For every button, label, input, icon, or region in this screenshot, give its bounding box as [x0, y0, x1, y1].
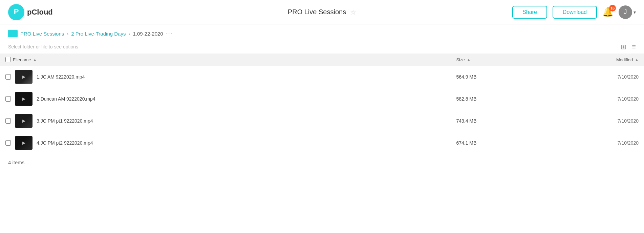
file-checkbox-3[interactable] — [5, 140, 11, 146]
avatar-chevron-icon[interactable]: ▾ — [634, 9, 636, 15]
play-icon-2: ▶ — [22, 119, 25, 123]
toolbar: Select folder or file to see options ⊞ ≡ — [0, 40, 644, 54]
play-icon-3: ▶ — [22, 141, 25, 145]
share-button[interactable]: Share — [512, 6, 547, 19]
file-name-cell: ▶ 4.JC PM pt2 9222020.mp4 — [0, 132, 451, 154]
notification-badge: 16 — [609, 5, 616, 12]
footer: 4 items — [0, 154, 644, 171]
header-left: P pCloud — [8, 4, 53, 20]
svg-text:P: P — [14, 7, 19, 16]
file-modified-0: 7/10/2020 — [528, 66, 644, 88]
modified-sort-arrow[interactable]: ▲ — [635, 58, 639, 62]
table-row: ▶ 2.Duncan AM 9222020.mp4 582.8 MB 7/10/… — [0, 88, 644, 110]
pcloud-logo-icon: P — [8, 4, 24, 20]
file-name-2: 3.JC PM pt1 9222020.mp4 — [37, 118, 93, 124]
col-header-modified: Modified ▲ — [528, 54, 644, 66]
file-modified-2: 7/10/2020 — [528, 110, 644, 132]
logo-text: pCloud — [27, 8, 53, 17]
file-name-1: 2.Duncan AM 9222020.mp4 — [37, 96, 95, 102]
header-right: Share Download 🔔 16 J ▾ — [512, 5, 636, 19]
file-thumbnail-3: ▶ — [15, 136, 33, 150]
file-thumbnail-0: ▶ — [15, 70, 33, 84]
file-modified-3: 7/10/2020 — [528, 132, 644, 154]
header: P pCloud PRO Live Sessions ☆ Share Downl… — [0, 0, 644, 24]
play-icon-1: ▶ — [22, 97, 25, 101]
size-sort-arrow[interactable]: ▲ — [467, 58, 471, 62]
table-row: ▶ 3.JC PM pt1 9222020.mp4 743.4 MB 7/10/… — [0, 110, 644, 132]
table-row: ▶ 1.JC AM 9222020.mp4 564.9 MB 7/10/2020 — [0, 66, 644, 88]
table-header-row: Filename ▲ Size ▲ Modified ▲ — [0, 54, 644, 66]
file-checkbox-1[interactable] — [5, 96, 11, 102]
sort-icon[interactable]: ≡ — [632, 43, 636, 51]
download-button[interactable]: Download — [553, 6, 597, 19]
file-size-0: 564.9 MB — [451, 66, 528, 88]
grid-view-icon[interactable]: ⊞ — [621, 43, 626, 51]
header-center: PRO Live Sessions ☆ — [288, 8, 356, 16]
toolbar-right: ⊞ ≡ — [621, 43, 636, 51]
header-title: PRO Live Sessions — [288, 8, 346, 16]
file-name-3: 4.JC PM pt2 9222020.mp4 — [37, 140, 93, 146]
breadcrumb-current: 1.09-22-2020 — [133, 31, 163, 37]
file-modified-1: 7/10/2020 — [528, 88, 644, 110]
file-name-0: 1.JC AM 9222020.mp4 — [37, 74, 85, 80]
select-all-checkbox[interactable] — [5, 57, 11, 62]
breadcrumb-link-2[interactable]: 2 Pro Live-Trading Days — [71, 31, 126, 37]
file-checkbox-0[interactable] — [5, 74, 11, 80]
logo[interactable]: P pCloud — [8, 4, 53, 20]
file-table: Filename ▲ Size ▲ Modified ▲ — [0, 54, 644, 154]
item-count: 4 items — [8, 160, 24, 165]
star-icon[interactable]: ☆ — [350, 8, 356, 16]
avatar[interactable]: J — [619, 5, 632, 19]
file-name-cell: ▶ 3.JC PM pt1 9222020.mp4 — [0, 110, 451, 132]
breadcrumb: PRO Live Sessions › 2 Pro Live-Trading D… — [0, 24, 644, 40]
breadcrumb-sep-1: › — [67, 31, 68, 37]
col-header-size: Size ▲ — [451, 54, 528, 66]
table-row: ▶ 4.JC PM pt2 9222020.mp4 674.1 MB 7/10/… — [0, 132, 644, 154]
file-thumbnail-1: ▶ — [15, 92, 33, 106]
filename-sort-arrow[interactable]: ▲ — [33, 58, 37, 62]
col-header-filename: Filename ▲ — [0, 54, 451, 66]
notification-bell[interactable]: 🔔 16 — [602, 7, 613, 17]
play-icon-0: ▶ — [22, 75, 25, 79]
file-size-1: 582.8 MB — [451, 88, 528, 110]
toolbar-hint: Select folder or file to see options — [8, 44, 78, 49]
file-checkbox-2[interactable] — [5, 118, 11, 124]
folder-icon — [8, 30, 18, 37]
file-size-2: 743.4 MB — [451, 110, 528, 132]
breadcrumb-sep-2: › — [128, 31, 130, 37]
file-size-3: 674.1 MB — [451, 132, 528, 154]
file-name-cell: ▶ 2.Duncan AM 9222020.mp4 — [0, 88, 451, 110]
breadcrumb-more-icon[interactable]: ··· — [166, 30, 173, 37]
file-name-cell: ▶ 1.JC AM 9222020.mp4 — [0, 66, 451, 88]
file-thumbnail-2: ▶ — [15, 114, 33, 128]
breadcrumb-link-1[interactable]: PRO Live Sessions — [20, 31, 64, 37]
